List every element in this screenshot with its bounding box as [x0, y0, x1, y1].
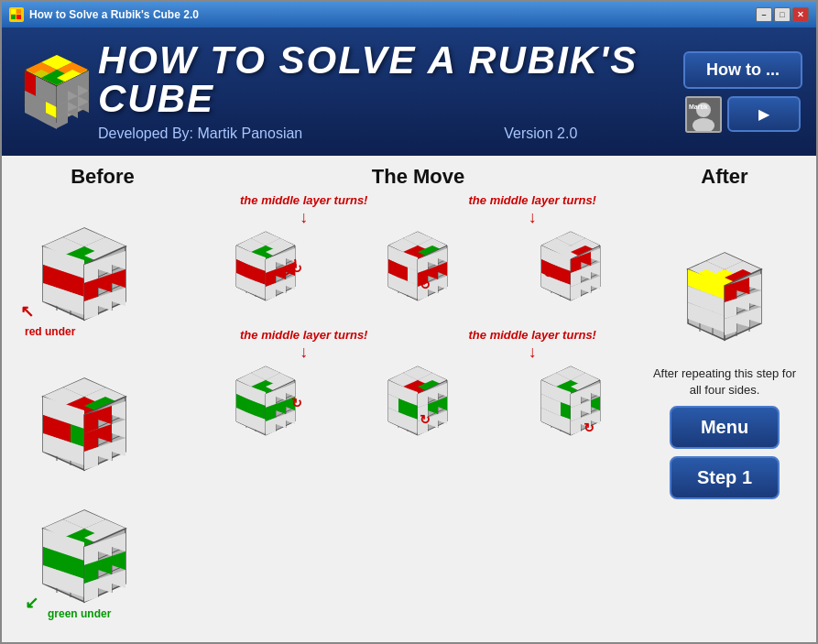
svg-text:↺: ↺ — [543, 266, 554, 280]
after-header: After — [651, 165, 798, 189]
minimize-button[interactable]: – — [756, 7, 772, 22]
svg-rect-1 — [16, 9, 21, 14]
before-cube-2 — [20, 371, 148, 481]
move-column: the middle layer turns! ↓ the middle lay… — [185, 193, 651, 633]
arrow-down-4: ↓ — [469, 344, 596, 360]
move-cubes-row2: ↻ — [190, 362, 647, 444]
arrow-down-1: ↓ — [240, 209, 367, 225]
after-description: After repeating this step for all four s… — [651, 366, 798, 398]
move-cubes-row1: ↻ — [190, 227, 647, 310]
hint4-block: the middle layer turns! ↓ — [469, 328, 596, 360]
column-headers: Before The Move After — [20, 165, 798, 189]
move-header: The Move — [185, 165, 651, 189]
move-cube-5: ↻ — [372, 362, 464, 444]
main-window: How to Solve a Rubik's Cube 2.0 – □ ✕ — [0, 0, 818, 644]
before-header: Before — [20, 165, 185, 189]
app-icon — [9, 7, 24, 22]
green-under-label: green under — [48, 605, 111, 621]
svg-text:↻: ↻ — [584, 420, 594, 435]
main-grid: ↖ red under — [20, 193, 798, 633]
move-cube-6: ↻ — [525, 362, 616, 444]
how-to-button[interactable]: How to ... — [683, 51, 802, 89]
app-header: HOW TO SOLVE A RUBIK'S CUBE Developed By… — [2, 27, 816, 156]
move-cube-2: ↻ — [372, 227, 464, 310]
header-subtitle: Developed By: Martik Panosian — [98, 126, 302, 142]
hint1-text: the middle layer turns! — [240, 193, 367, 207]
hint2-text: the middle layer turns! — [469, 193, 596, 207]
title-bar-buttons: – □ ✕ — [756, 7, 809, 22]
title-bar: How to Solve a Rubik's Cube 2.0 – □ ✕ — [2, 2, 816, 27]
svg-text:↻: ↻ — [420, 412, 431, 427]
svg-text:Martik: Martik — [689, 104, 708, 110]
menu-button[interactable]: Menu — [670, 406, 780, 449]
move-cube-3: ↺ — [525, 227, 616, 310]
hint1-block: the middle layer turns! ↓ — [240, 193, 367, 225]
hint3-text: the middle layer turns! — [240, 328, 367, 342]
after-column: After repeating this step for all four s… — [651, 193, 798, 633]
arrow-down-2: ↓ — [469, 209, 596, 225]
hint2-block: the middle layer turns! ↓ — [469, 193, 596, 225]
svg-text:↻: ↻ — [291, 396, 302, 410]
svg-text:↙: ↙ — [25, 594, 38, 612]
header-text-block: HOW TO SOLVE A RUBIK'S CUBE Developed By… — [98, 41, 683, 142]
svg-text:↻: ↻ — [291, 261, 302, 276]
avatar-row: Martik ▶ — [685, 96, 801, 133]
logo-cube — [16, 50, 98, 133]
header-version: Version 2.0 — [504, 126, 577, 142]
red-under-label: red under — [25, 322, 75, 339]
move-hints-row1: the middle layer turns! ↓ the middle lay… — [190, 193, 647, 225]
svg-text:↻: ↻ — [420, 278, 431, 292]
move-cube-1: ↻ — [220, 227, 311, 310]
close-button[interactable]: ✕ — [792, 7, 809, 22]
header-title: HOW TO SOLVE A RUBIK'S CUBE — [98, 41, 683, 118]
svg-rect-0 — [11, 9, 16, 14]
arrow-button[interactable]: ▶ — [727, 96, 801, 132]
before-cube-1-container: ↖ red under — [20, 221, 185, 334]
hint4-text: the middle layer turns! — [469, 328, 596, 342]
arrow-down-3: ↓ — [240, 344, 367, 360]
move-cube-4: ↻ — [220, 362, 311, 444]
step1-button[interactable]: Step 1 — [670, 456, 780, 499]
header-right: How to ... Martik ▶ — [683, 51, 802, 133]
before-cube-2-container — [20, 371, 185, 485]
before-cube-3-container: ↙ green under — [20, 503, 185, 617]
before-cube-1: ↖ — [20, 221, 148, 331]
svg-rect-3 — [16, 15, 21, 19]
before-column: ↖ red under — [20, 193, 185, 633]
title-bar-text: How to Solve a Rubik's Cube 2.0 — [29, 8, 756, 21]
hint3-block: the middle layer turns! ↓ — [240, 328, 367, 360]
svg-text:↖: ↖ — [20, 302, 34, 321]
svg-rect-2 — [11, 15, 16, 19]
before-cube-3: ↙ — [20, 503, 148, 613]
maximize-button[interactable]: □ — [774, 7, 791, 22]
main-content: Before The Move After — [2, 156, 816, 642]
move-hints-row2: the middle layer turns! ↓ the middle lay… — [190, 328, 647, 360]
after-cube — [665, 248, 784, 354]
developer-avatar: Martik — [685, 96, 722, 133]
